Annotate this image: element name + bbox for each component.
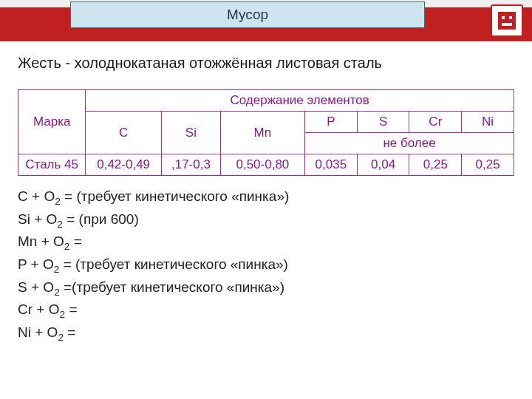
cell-name: Сталь 45: [18, 154, 86, 176]
cell-s: 0,04: [357, 154, 409, 176]
th-c: C: [86, 112, 162, 154]
reaction-element: S: [18, 279, 27, 295]
th-no-more: не более: [304, 133, 514, 154]
cell-ni: 0,25: [462, 154, 514, 176]
cell-cr: 0,25: [409, 154, 462, 176]
th-cr: Cr: [409, 112, 462, 133]
chip-face-icon: [491, 4, 523, 37]
reaction-element: Si: [18, 211, 30, 227]
th-si: Si: [161, 112, 220, 154]
header-bar: Мусор: [0, 0, 532, 41]
cell-mn: 0,50-0,80: [220, 154, 304, 176]
reaction-row-cr: Cr + O2 =: [18, 299, 514, 322]
th-marka: Марка: [18, 90, 86, 154]
reaction-list: C + O2 = (требует кинетического «пинка»)…: [18, 186, 514, 344]
page-title: Мусор: [227, 7, 268, 23]
table-row: Сталь 45 0,42-0,49 ,17-0,3 0,50-0,80 0,0…: [18, 154, 514, 176]
reaction-row-ni: Ni + O2 =: [18, 322, 514, 345]
th-content: Содержание элементов: [86, 90, 514, 112]
reaction-row-si: Si + O2 = (при 600): [18, 209, 514, 232]
th-ni: Ni: [462, 112, 514, 133]
reaction-row-c: C + O2 = (требует кинетического «пинка»): [18, 186, 514, 209]
page-title-box: Мусор: [70, 1, 425, 28]
reaction-row-mn: Mn + O2 =: [18, 231, 514, 254]
reaction-note: (требует кинетического «пинка»): [76, 188, 289, 204]
th-s: S: [357, 112, 409, 133]
reaction-element: Mn: [18, 233, 37, 249]
cell-c: 0,42-0,49: [86, 154, 162, 176]
definition-heading: Жесть - холоднокатаная отожжённая листов…: [18, 55, 514, 72]
th-mn: Mn: [220, 112, 304, 154]
reaction-element: C: [18, 188, 28, 204]
steel-composition-table: Марка Содержание элементов C Si Mn P S C…: [18, 89, 514, 176]
reaction-element: Cr: [18, 301, 33, 317]
th-p: P: [304, 112, 357, 133]
reaction-row-p: P + O2 = (требует кинетического «пинка»): [18, 254, 514, 277]
reaction-element: Ni: [18, 324, 31, 340]
slide-content: Жесть - холоднокатаная отожжённая листов…: [0, 41, 532, 344]
reaction-note: (требует кинетического «пинка»): [72, 279, 284, 295]
cell-si: ,17-0,3: [161, 154, 220, 176]
reaction-row-s: S + O2 =(требует кинетического «пинка»): [18, 277, 514, 300]
reaction-note: (требует кинетического «пинка»): [75, 256, 288, 272]
cell-p: 0,035: [304, 154, 357, 176]
reaction-element: P: [18, 256, 27, 272]
reaction-note: (при 600): [79, 211, 139, 227]
